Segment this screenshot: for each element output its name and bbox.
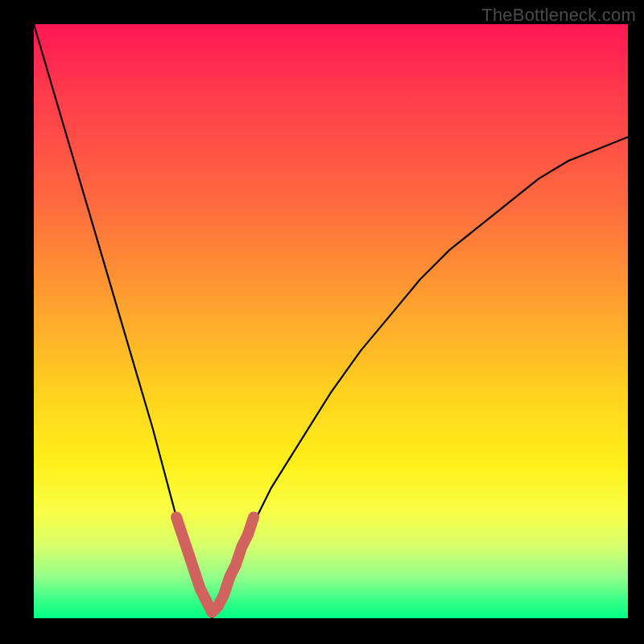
chart-frame: TheBottleneck.com [0, 0, 644, 644]
highlight-near-min [176, 518, 254, 613]
watermark-text: TheBottleneck.com [481, 5, 636, 26]
curve-svg [34, 24, 628, 618]
plot-area [34, 24, 628, 618]
bottleneck-curve [34, 24, 628, 618]
